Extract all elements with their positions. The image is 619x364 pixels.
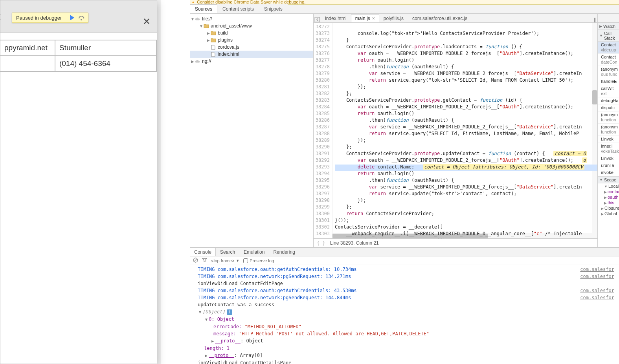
- cell-name: Stumuller: [55, 40, 156, 56]
- console-source-link[interactable]: com.salesfor: [580, 294, 616, 301]
- console-output[interactable]: TIMING com.salesforce.oauth:getAuthCrede…: [190, 265, 619, 364]
- console-message[interactable]: ionViewDidLoad ContactEditPage: [190, 280, 619, 287]
- console-message[interactable]: TIMING com.salesforce.network:pgSendRequ…: [190, 273, 619, 280]
- clear-console-icon[interactable]: [193, 258, 198, 263]
- console-message[interactable]: TIMING com.salesforce.network:pgSendRequ…: [190, 294, 619, 301]
- watch-header[interactable]: ▶Watch: [598, 23, 619, 30]
- console-message[interactable]: ionViewDidLoad ContactDetailsPage: [190, 359, 619, 364]
- tab-sources[interactable]: Sources: [190, 4, 217, 13]
- callstack-frame[interactable]: Contactvider.up: [598, 42, 619, 54]
- scope-var[interactable]: ▶contact: [598, 189, 619, 194]
- sources-tabstrip: Sources Content scripts Snippets: [190, 5, 619, 14]
- file-tab[interactable]: com.salesforce.util.exec.js: [408, 14, 472, 22]
- console-message[interactable]: TIMING com.salesforce.oauth:getAuthCrede…: [190, 266, 619, 273]
- editor-status-bar: { } Line 38293, Column 21: [314, 238, 597, 247]
- debugger-sidebar: ▶Watch ▼Call Stack Contactvider.upContac…: [597, 14, 619, 247]
- info-badge-icon: i: [227, 309, 232, 315]
- callstack-frame[interactable]: dispatc: [598, 104, 619, 112]
- scope-global-header[interactable]: ▶Global: [598, 211, 619, 216]
- tree-folder[interactable]: ▼android_asset/www: [190, 22, 313, 29]
- cell-phone: (014) 454-6364: [55, 56, 156, 71]
- callstack-frame[interactable]: handleE: [598, 78, 619, 85]
- callstack-frame[interactable]: inner.ivokeTask: [598, 143, 619, 155]
- contact-table: ppyramid.net Stumuller (014) 454-6364: [0, 40, 157, 72]
- callstack-header[interactable]: ▼Call Stack: [598, 30, 619, 42]
- preserve-log-checkbox[interactable]: Preserve log: [243, 258, 274, 263]
- tree-file[interactable]: index.html: [190, 51, 313, 58]
- file-tab[interactable]: polyfills.js: [379, 14, 408, 22]
- console-source-link[interactable]: com.salesfor: [580, 266, 616, 273]
- frame-selector[interactable]: <top frame>▼: [211, 258, 239, 263]
- more-icon[interactable]: |||: [594, 17, 595, 22]
- paused-label: Paused in debugger: [16, 15, 62, 21]
- table-row: ppyramid.net Stumuller: [0, 40, 156, 56]
- drawer-tab-emulation[interactable]: Emulation: [239, 248, 269, 256]
- origin-icon: [195, 59, 200, 64]
- console-toolbar: <top frame>▼ Preserve log: [190, 256, 619, 265]
- scope-local-header[interactable]: ▼Local: [598, 183, 619, 189]
- callstack-frame[interactable]: invoke: [598, 169, 619, 176]
- drawer-tab-console[interactable]: Console: [190, 248, 216, 256]
- drawer-tab-search[interactable]: Search: [216, 248, 239, 256]
- callstack-frame[interactable]: (anonymous func: [598, 66, 619, 78]
- console-source-link[interactable]: com.salesfor: [580, 287, 616, 294]
- file-tab[interactable]: index.html: [321, 14, 351, 22]
- tree-root[interactable]: ▼ file://: [190, 15, 313, 22]
- callstack-frame[interactable]: debugHa: [598, 97, 619, 104]
- console-drawer: Console Search Emulation Rendering <top …: [190, 247, 619, 364]
- console-message[interactable]: TIMING com.salesforce.oauth:getAuthCrede…: [190, 287, 619, 294]
- step-over-icon[interactable]: [78, 14, 85, 21]
- callstack-frame[interactable]: r.runTa: [598, 162, 619, 169]
- callstack-frame[interactable]: (anonymfunction: [598, 112, 619, 124]
- scope-header[interactable]: ▼Scope: [598, 176, 619, 183]
- tree-root-ng[interactable]: ▶ ng://: [190, 58, 313, 65]
- folder-icon: [210, 30, 216, 36]
- app-title: ct: [0, 10, 0, 22]
- callstack-frame[interactable]: callWitext: [598, 85, 619, 97]
- paused-in-debugger-badge: Paused in debugger: [12, 13, 88, 23]
- emulated-app-window: ct ✕ ppyramid.net Stumuller (014) 454-63…: [0, 0, 157, 364]
- svg-line-8: [194, 259, 197, 262]
- scope-var[interactable]: ▶this:: [598, 200, 619, 205]
- filter-icon[interactable]: [202, 258, 207, 263]
- file-icon: [210, 44, 216, 50]
- pretty-print-icon[interactable]: { }: [317, 240, 325, 246]
- scope-closure-header[interactable]: ▶Closure: [598, 205, 619, 211]
- callstack-frame[interactable]: (anonymfunction: [598, 124, 619, 136]
- folder-icon: [210, 37, 216, 43]
- scope-var[interactable]: ▶oauth: [598, 194, 619, 200]
- nav-back-icon[interactable]: [314, 17, 321, 22]
- drawer-tab-rendering[interactable]: Rendering: [269, 248, 299, 256]
- tab-snippets[interactable]: Snippets: [259, 4, 288, 13]
- tree-folder[interactable]: ▶plugins: [190, 37, 313, 44]
- drawer-tabstrip: Console Search Emulation Rendering: [190, 248, 619, 256]
- tab-content-scripts[interactable]: Content scripts: [217, 4, 259, 13]
- source-code-view[interactable]: 3827238273382743827538276382773827838279…: [314, 23, 597, 238]
- cell-empty: [0, 56, 55, 71]
- resume-icon[interactable]: [69, 14, 76, 21]
- close-tab-icon[interactable]: ×: [372, 16, 375, 21]
- origin-icon: [195, 16, 200, 22]
- tree-file[interactable]: cordova.js: [190, 44, 313, 51]
- svg-point-1: [81, 19, 82, 20]
- cursor-position: Line 38293, Column 21: [330, 240, 379, 246]
- table-row: (014) 454-6364: [0, 56, 156, 71]
- tree-folder[interactable]: ▶build: [190, 29, 313, 37]
- file-tab[interactable]: main.js×: [351, 14, 379, 22]
- callstack-frame[interactable]: t.invok: [598, 155, 619, 162]
- callstack-frame[interactable]: ContactdateCon: [598, 54, 619, 66]
- callstack-frame[interactable]: t.invok: [598, 136, 619, 143]
- console-source-link[interactable]: com.salesfor: [580, 273, 616, 280]
- file-icon: [210, 51, 216, 57]
- folder-icon: [203, 23, 209, 29]
- console-message[interactable]: updateContact was a success: [190, 301, 619, 308]
- file-tab-strip: index.htmlmain.js×polyfills.jscom.salesf…: [314, 14, 597, 23]
- file-tree[interactable]: ▼ file:// ▼android_asset/www▶build▶plugi…: [190, 14, 314, 247]
- close-icon[interactable]: ✕: [143, 16, 151, 27]
- svg-rect-0: [70, 15, 71, 20]
- cell-email: ppyramid.net: [0, 40, 55, 56]
